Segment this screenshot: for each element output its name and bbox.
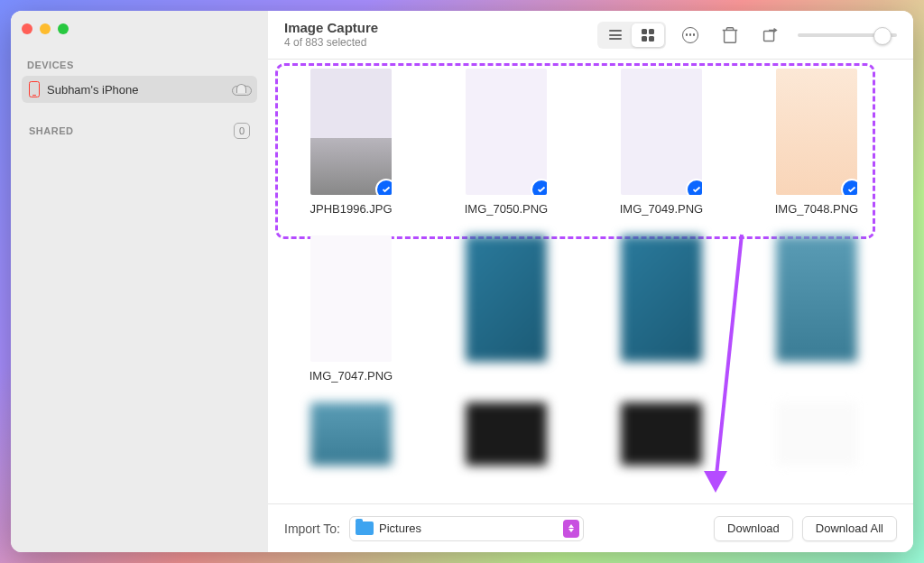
thumbnail-grid[interactable]: JPHB1996.JPG IMG_7050.PNG IMG_7049.PNG I… <box>268 60 913 503</box>
thumb-item[interactable] <box>750 402 883 473</box>
thumb-item[interactable]: IMG_7048.PNG <box>750 69 883 216</box>
bottom-bar: Import To: Pictures Download Download Al… <box>268 503 913 552</box>
trash-icon <box>720 25 740 45</box>
rotate-button[interactable] <box>754 22 785 49</box>
title-block: Image Capture 4 of 883 selected <box>284 21 378 49</box>
download-button[interactable]: Download <box>714 516 793 541</box>
thumb-filename: IMG_7048.PNG <box>750 202 883 216</box>
thumb-item[interactable] <box>750 235 883 383</box>
thumb-item[interactable]: IMG_7050.PNG <box>439 69 573 216</box>
thumb-item[interactable] <box>439 235 573 383</box>
zoom-button[interactable] <box>58 23 69 34</box>
thumb-image <box>466 69 547 195</box>
selected-checkmark <box>375 179 392 195</box>
sidebar-item-device[interactable]: Subham's iPhone <box>22 76 257 103</box>
phone-icon <box>29 81 40 97</box>
thumb-filename: IMG_7049.PNG <box>595 202 728 216</box>
more-button[interactable] <box>675 22 706 49</box>
import-destination-select[interactable]: Pictures <box>349 516 584 541</box>
thumb-image <box>776 69 857 195</box>
thumb-image <box>776 235 857 362</box>
sidebar-shared-header: SHARED 0 <box>22 117 257 144</box>
thumb-filename: JPHB1996.JPG <box>284 202 418 216</box>
selection-status: 4 of 883 selected <box>284 36 378 49</box>
thumb-image <box>621 69 702 195</box>
shared-count-badge: 0 <box>234 123 250 139</box>
selected-checkmark <box>531 179 547 195</box>
thumb-row: JPHB1996.JPG IMG_7050.PNG IMG_7049.PNG I… <box>284 69 897 216</box>
rotate-icon <box>760 25 780 45</box>
toolbar: Image Capture 4 of 883 selected <box>268 11 913 60</box>
chevron-updown-icon <box>563 520 579 538</box>
cloud-icon <box>232 84 250 96</box>
thumb-filename: IMG_7047.PNG <box>284 369 418 383</box>
thumb-row <box>284 402 897 473</box>
thumbnail-size-slider[interactable] <box>798 33 897 37</box>
destination-name: Pictures <box>379 521 558 535</box>
devices-label: DEVICES <box>27 60 257 70</box>
thumb-image <box>310 69 392 195</box>
device-name: Subham's iPhone <box>47 83 139 97</box>
thumb-image <box>621 402 702 466</box>
sidebar: DEVICES Subham's iPhone SHARED 0 <box>11 11 268 552</box>
list-view-button[interactable] <box>599 23 632 47</box>
app-window: DEVICES Subham's iPhone SHARED 0 Image C… <box>11 11 913 552</box>
thumb-item[interactable] <box>284 402 418 473</box>
import-to-label: Import To: <box>284 521 340 536</box>
grid-view-button[interactable] <box>632 23 664 47</box>
main: Image Capture 4 of 883 selected JPHB1996… <box>268 11 913 552</box>
minimize-button[interactable] <box>40 23 51 34</box>
thumb-filename: IMG_7050.PNG <box>439 202 573 216</box>
svg-rect-0 <box>764 31 774 41</box>
selected-checkmark <box>841 179 857 195</box>
thumb-image <box>466 402 547 466</box>
download-all-button[interactable]: Download All <box>802 516 897 541</box>
thumb-item[interactable]: IMG_7047.PNG <box>284 235 418 383</box>
ellipsis-icon <box>682 27 698 43</box>
thumb-image <box>310 235 392 362</box>
delete-button[interactable] <box>715 22 745 49</box>
close-button[interactable] <box>22 23 32 34</box>
shared-label: SHARED <box>29 125 73 136</box>
view-switcher <box>597 22 666 49</box>
window-controls <box>22 23 257 34</box>
thumb-image <box>776 402 857 466</box>
thumb-row: IMG_7047.PNG <box>284 235 897 383</box>
thumb-item[interactable] <box>595 235 728 383</box>
selected-checkmark <box>686 179 702 195</box>
thumb-item[interactable] <box>595 402 728 473</box>
folder-icon <box>356 521 374 535</box>
list-icon <box>609 30 622 40</box>
thumb-item[interactable] <box>439 402 573 473</box>
thumb-item[interactable]: JPHB1996.JPG <box>284 69 418 216</box>
thumb-image <box>621 235 702 362</box>
grid-icon <box>642 29 654 42</box>
thumb-image <box>310 402 392 466</box>
thumb-image <box>466 235 547 362</box>
thumb-item[interactable]: IMG_7049.PNG <box>595 69 728 216</box>
app-title: Image Capture <box>284 21 378 36</box>
